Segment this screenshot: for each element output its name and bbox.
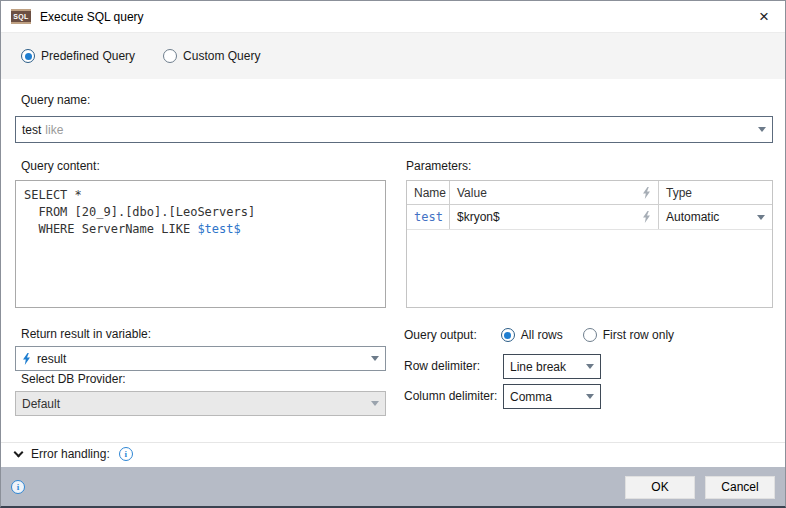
radio-custom-query[interactable]: Custom Query [163, 49, 260, 63]
info-icon[interactable]: i [119, 447, 133, 461]
sql-badge-icon: SQL [11, 9, 31, 24]
column-delimiter-label: Column delimiter: [404, 389, 497, 403]
cancel-button[interactable]: Cancel [705, 476, 775, 499]
chevron-down-icon [371, 401, 379, 406]
query-name-label: Query name: [21, 93, 90, 107]
param-name-cell[interactable]: test [407, 205, 450, 229]
result-variable-combobox[interactable]: result [15, 346, 386, 371]
chevron-down-icon[interactable] [371, 356, 379, 361]
chevron-down-icon[interactable] [586, 394, 594, 399]
radio-predefined-label: Predefined Query [41, 49, 135, 63]
footer-bar: i OK Cancel [1, 467, 785, 507]
title-bar: SQL Execute SQL query × [1, 1, 785, 33]
query-name-value: test [22, 123, 41, 137]
radio-all-rows[interactable]: All rows [501, 328, 563, 342]
sql-line3-text: WHERE ServerName LIKE [24, 222, 197, 236]
radio-selected-icon[interactable] [501, 328, 515, 342]
radio-unselected-icon[interactable] [583, 328, 597, 342]
error-handling-expander[interactable]: Error handling: i [15, 447, 133, 461]
chevron-down-icon[interactable] [758, 127, 766, 132]
radio-predefined-query[interactable]: Predefined Query [21, 49, 135, 63]
radio-custom-label: Custom Query [183, 49, 260, 63]
col-header-type: Type [659, 181, 772, 204]
error-handling-label: Error handling: [31, 447, 110, 461]
parameters-table: Name Value Type test $kryon$ [406, 180, 773, 308]
parameters-label: Parameters: [406, 159, 471, 173]
db-provider-label: Select DB Provider: [21, 372, 126, 386]
query-output-label: Ouery output: [404, 328, 477, 342]
parameter-row: test $kryon$ Automatic [407, 205, 772, 230]
param-name-value: test [414, 210, 443, 224]
param-value-text: $kryon$ [457, 210, 500, 224]
lightning-icon [642, 187, 651, 199]
sql-line1: SELECT * [24, 188, 82, 202]
query-content-label: Query content: [21, 159, 100, 173]
sql-text: SELECT * FROM [20_9].[dbo].[LeoServers] … [24, 187, 377, 238]
sql-line2: FROM [20_9].[dbo].[LeoServers] [24, 205, 255, 219]
param-type-dropdown[interactable]: Automatic [659, 205, 772, 229]
execute-sql-query-dialog: SQL Execute SQL query × Predefined Query… [0, 0, 786, 508]
divider [1, 442, 785, 443]
query-mode-row: Predefined Query Custom Query [1, 33, 785, 79]
query-content-textarea[interactable]: SELECT * FROM [20_9].[dbo].[LeoServers] … [15, 180, 386, 308]
col-header-name: Name [407, 181, 450, 204]
db-provider-dropdown-disabled: Default [15, 391, 386, 416]
col-name-label: Name [414, 186, 446, 200]
param-value-cell[interactable]: $kryon$ [450, 205, 659, 229]
sql-line3-param: $test$ [197, 222, 240, 236]
col-header-value: Value [450, 181, 659, 204]
dialog-title: Execute SQL query [40, 10, 144, 24]
row-delimiter-dropdown[interactable]: Line break [503, 354, 601, 379]
chevron-down-icon[interactable] [757, 215, 765, 220]
first-row-only-label: First row only [603, 328, 674, 342]
query-name-combobox[interactable]: test like [15, 116, 773, 143]
col-type-label: Type [666, 186, 692, 200]
column-delimiter-dropdown[interactable]: Comma [503, 384, 601, 409]
all-rows-label: All rows [521, 328, 563, 342]
lightning-icon [22, 353, 31, 365]
query-name-suggestion: like [45, 123, 63, 137]
col-value-label: Value [457, 186, 487, 200]
result-variable-label: Return result in variable: [21, 327, 151, 341]
column-delimiter-value: Comma [510, 390, 552, 404]
chevron-down-icon[interactable] [14, 447, 24, 457]
radio-unselected-icon[interactable] [163, 49, 177, 63]
db-provider-value: Default [22, 397, 60, 411]
row-delimiter-label: Row delimiter: [404, 359, 480, 373]
parameters-header-row: Name Value Type [407, 181, 772, 205]
ok-button[interactable]: OK [625, 476, 695, 499]
info-icon[interactable]: i [11, 480, 25, 494]
radio-first-row-only[interactable]: First row only [583, 328, 674, 342]
result-variable-value: result [37, 352, 66, 366]
query-output-row: Ouery output: All rows First row only [404, 325, 774, 345]
param-type-value: Automatic [666, 210, 719, 224]
chevron-down-icon[interactable] [586, 364, 594, 369]
row-delimiter-value: Line break [510, 360, 566, 374]
lightning-icon[interactable] [642, 211, 651, 223]
close-icon[interactable]: × [753, 6, 775, 27]
radio-selected-icon[interactable] [21, 49, 35, 63]
